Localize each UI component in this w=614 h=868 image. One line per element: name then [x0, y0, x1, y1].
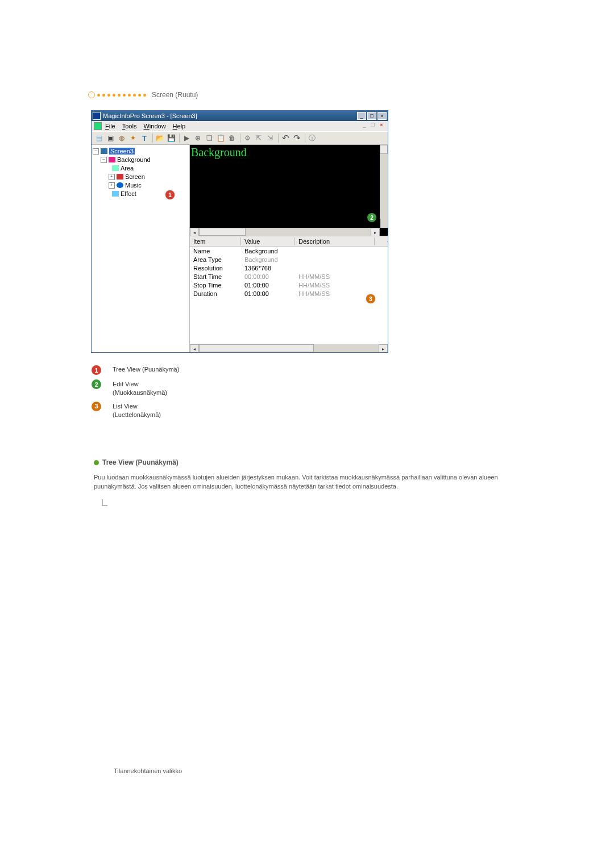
list-cell-value: 01:00:00 [241, 282, 295, 289]
maximize-button[interactable]: □ [367, 112, 376, 120]
list-cell-description: HH/MM/SS [295, 290, 375, 297]
app-icon [93, 112, 101, 120]
tool-puzzle-icon[interactable]: ✦ [128, 133, 138, 143]
tool-paste-icon[interactable]: 📋 [215, 133, 226, 143]
list-row[interactable]: Resolution1366*768 [190, 264, 388, 272]
tree-node-screen[interactable]: Screen [125, 173, 145, 180]
tree-collapse-icon[interactable]: − [93, 148, 99, 155]
menu-file[interactable]: File [105, 123, 115, 130]
tool-add-icon[interactable]: ⊕ [193, 133, 203, 143]
callout-2: 2 [367, 213, 376, 222]
legend-row: 3List View(Luettelonäkymä) [92, 402, 526, 419]
scroll-down-button[interactable] [380, 219, 381, 228]
list-cell-value: 01:00:00 [241, 290, 295, 297]
toolbar-sep [278, 133, 279, 143]
list-row[interactable]: NameBackground [190, 247, 388, 255]
tree-node-background[interactable]: Background [117, 156, 151, 163]
list-header-row: Item Value Description [190, 236, 388, 247]
continuation-marker [102, 499, 107, 506]
tool-bringfront-icon[interactable]: ⇱ [254, 133, 264, 143]
subsection-header: Tree View (Puunäkymä) [94, 458, 526, 466]
scrollbar-horizontal[interactable]: ◂ ▸ [190, 228, 380, 236]
section-title: Screen (Ruutu) [152, 91, 198, 99]
menu-tools[interactable]: Tools [122, 123, 137, 130]
tool-globe-icon[interactable]: ◍ [117, 133, 127, 143]
list-cell-item: Area Type [190, 256, 241, 263]
window-title: MagicInfoPro Screen3 - [Screen3] [103, 112, 197, 119]
tree-node-music[interactable]: Music [125, 182, 142, 189]
list-row[interactable]: Area TypeBackground [190, 255, 388, 264]
scroll-left-button[interactable]: ◂ [190, 228, 199, 236]
tree-node-screen3[interactable]: Screen3 [109, 148, 135, 155]
callout-1: 1 [165, 190, 175, 199]
effect-icon [112, 191, 119, 197]
bullet-icon [94, 460, 99, 465]
tool-settings-icon[interactable]: ⚙ [242, 133, 252, 143]
list-view-pane: Item Value Description NameBackgroundAre… [190, 236, 388, 352]
tree-node-effect[interactable]: Effect [121, 190, 136, 197]
tool-open-icon[interactable]: 📂 [155, 133, 165, 143]
list-header-value[interactable]: Value [241, 237, 295, 245]
tool-info-icon[interactable]: ⓘ [307, 133, 317, 143]
child-close-button[interactable]: × [377, 122, 385, 129]
tool-monitor-icon[interactable]: ▣ [105, 133, 115, 143]
tool-save-icon[interactable]: 💾 [166, 133, 176, 143]
list-row[interactable]: Stop Time01:00:00HH/MM/SS [190, 281, 388, 289]
tool-text-icon[interactable]: T [139, 133, 150, 143]
list-cell-description: HH/MM/SS [295, 273, 375, 280]
menu-help[interactable]: Help [173, 123, 186, 130]
scroll-right-button[interactable]: ▸ [379, 344, 388, 352]
scroll-left-button[interactable]: ◂ [190, 344, 199, 352]
scrollbar-vertical[interactable] [380, 145, 388, 228]
scroll-thumb[interactable] [199, 344, 314, 352]
subsection-title: Tree View (Puunäkymä) [102, 458, 179, 466]
tool-copy-icon[interactable]: ❏ [204, 133, 214, 143]
tree-expand-icon[interactable]: + [109, 174, 115, 180]
legend-text: Edit View(Muokkausnäkymä) [113, 379, 167, 397]
toolbar: ▤ ▣ ◍ ✦ T 📂 💾 ▶ ⊕ ❏ 📋 🗑 ⚙ ⇱ ⇲ ↶ ↷ ⓘ [92, 131, 388, 145]
titlebar[interactable]: MagicInfoPro Screen3 - [Screen3] _ □ × [92, 111, 388, 121]
scroll-up-button[interactable] [380, 145, 388, 154]
list-header-item[interactable]: Item [190, 237, 241, 245]
legend-row: 1Tree View (Puunäkymä) [92, 365, 526, 375]
legend-number: 1 [92, 365, 101, 375]
tool-undo-icon[interactable]: ↶ [280, 133, 291, 143]
legend: 1Tree View (Puunäkymä)2Edit View(Muokkau… [92, 365, 526, 419]
legend-row: 2Edit View(Muokkausnäkymä) [92, 379, 526, 397]
footer-text: Tilannekohtainen valikko [114, 767, 526, 774]
toolbar-sep [179, 133, 180, 143]
list-cell-item: Name [190, 248, 241, 254]
legend-text: List View(Luettelonäkymä) [113, 402, 161, 419]
list-header-description[interactable]: Description [295, 237, 375, 245]
document-icon [94, 122, 102, 130]
tree-expand-icon[interactable]: + [109, 182, 115, 189]
tool-sendback-icon[interactable]: ⇲ [265, 133, 275, 143]
child-minimize-button[interactable]: _ [360, 122, 368, 129]
tree-collapse-icon[interactable]: − [101, 157, 107, 163]
tree-node-area[interactable]: Area [121, 165, 134, 172]
list-scrollbar-horizontal[interactable]: ◂ ▸ [190, 344, 388, 352]
menu-window[interactable]: Window [143, 123, 165, 130]
section-header: Screen (Ruutu) [88, 91, 526, 99]
edit-view-pane[interactable]: Background ◂ ▸ 2 [190, 145, 388, 236]
area-icon [112, 165, 119, 171]
tool-redo-icon[interactable]: ↷ [292, 133, 302, 143]
subsection-body: Puu luodaan muokkausnäkymässä luotujen a… [94, 473, 526, 491]
list-row[interactable]: Start Time00:00:00HH/MM/SS [190, 272, 388, 281]
list-cell-value: Background [241, 248, 295, 254]
list-row[interactable]: Duration01:00:00HH/MM/SS [190, 289, 388, 298]
scroll-thumb[interactable] [199, 228, 246, 236]
close-button[interactable]: × [377, 112, 387, 120]
scroll-right-button[interactable]: ▸ [371, 228, 380, 236]
tool-new-icon[interactable]: ▤ [94, 133, 104, 143]
legend-number: 3 [92, 402, 101, 411]
child-restore-button[interactable]: ❐ [369, 122, 377, 129]
screen-item-icon [117, 174, 123, 180]
minimize-button[interactable]: _ [357, 112, 366, 120]
toolbar-sep [305, 133, 305, 143]
tool-delete-icon[interactable]: 🗑 [227, 133, 237, 143]
tool-play-icon[interactable]: ▶ [181, 133, 192, 143]
list-cell-item: Resolution [190, 265, 241, 272]
callout-3: 3 [366, 294, 375, 303]
list-header-spacer [375, 241, 388, 242]
